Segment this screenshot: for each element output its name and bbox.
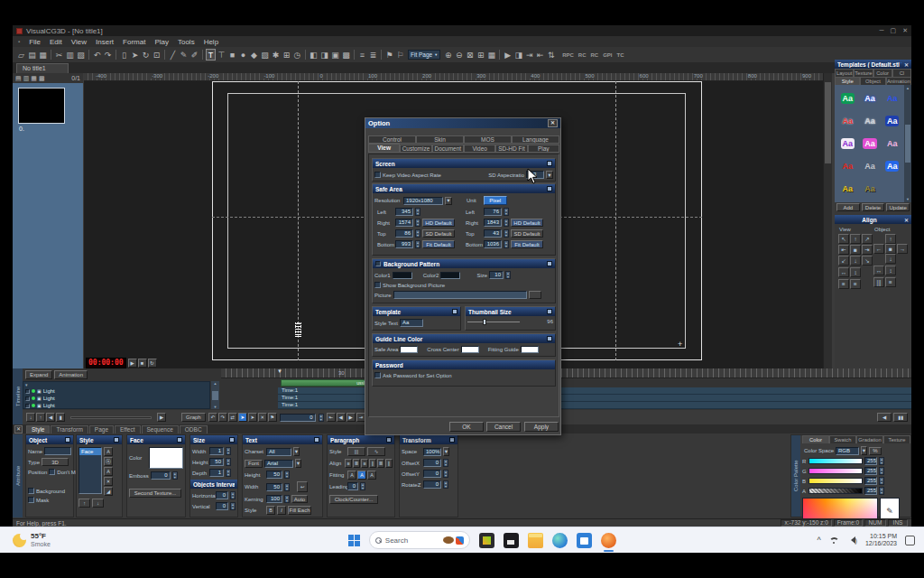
templates-tab[interactable]: Color <box>873 69 892 77</box>
align-view-button[interactable]: ↓ <box>850 256 861 266</box>
color2-swatch[interactable] <box>440 272 460 279</box>
taskbar-app-dark[interactable] <box>504 533 519 548</box>
template-style[interactable]: Aa <box>841 116 855 126</box>
outline-style-icon[interactable]: Ⓐ <box>104 457 113 466</box>
attribute-strip-label[interactable]: Attribute <box>13 434 23 517</box>
chevron-down-icon[interactable]: ▼ <box>443 447 449 456</box>
align-object-button[interactable]: ← <box>873 244 884 254</box>
dialog-tab[interactable]: View <box>368 144 400 153</box>
spinner[interactable] <box>504 229 509 238</box>
clock-widget[interactable]: 10:15 PM 12/16/2023 <box>865 533 897 547</box>
name-field[interactable] <box>44 447 71 455</box>
unit-pixel-button[interactable]: Pixel <box>484 196 507 205</box>
background-pattern-checkbox[interactable] <box>375 261 381 266</box>
channel-value-field[interactable]: 255 <box>864 487 877 495</box>
align-view-button[interactable]: ⇥ <box>862 245 873 255</box>
color-tab[interactable]: Color <box>802 435 829 443</box>
pointer-add-icon[interactable]: ➤ <box>248 413 257 422</box>
template-style[interactable]: Aa <box>863 116 877 126</box>
distribute-icon[interactable]: ≣ <box>368 49 378 61</box>
offsetx-spinner[interactable] <box>443 459 448 467</box>
channel-gradient-bar[interactable] <box>808 458 863 464</box>
section-options-icon[interactable] <box>114 437 119 443</box>
charset-select[interactable]: All <box>266 448 291 456</box>
separator[interactable] <box>354 50 355 60</box>
timeline-layer-row[interactable]: ▣ Light <box>23 395 209 402</box>
group-icon[interactable]: ◧ <box>309 49 319 61</box>
ask-password-checkbox[interactable] <box>374 372 381 378</box>
play-icon[interactable]: ▶ <box>503 49 513 61</box>
fit-default-button[interactable]: Fit Default <box>422 240 455 248</box>
channel-gradient-bar[interactable] <box>808 468 863 474</box>
mask-checkbox[interactable] <box>28 497 34 503</box>
align-object-button[interactable]: ■ <box>885 244 896 254</box>
close-icon[interactable]: ✕ <box>904 217 909 223</box>
paragraph-align-button[interactable]: ≣ <box>377 459 384 468</box>
paste-style-icon[interactable]: ▩ <box>341 49 351 61</box>
reset-ratio-icon[interactable]: ↩ <box>297 481 308 492</box>
loop-icon[interactable]: ↻ <box>148 359 157 368</box>
taskbar-file-explorer[interactable] <box>528 533 543 548</box>
menu-item[interactable]: Play <box>154 38 169 46</box>
marker-icon[interactable]: ⚑ <box>268 413 277 422</box>
notification-icon[interactable] <box>905 536 915 545</box>
attribute-tab[interactable]: Effect <box>115 425 141 434</box>
thumbnail-size-slider[interactable] <box>467 322 520 322</box>
section-options-icon[interactable] <box>386 437 392 443</box>
keep-aspect-checkbox[interactable] <box>374 172 381 178</box>
move-up-icon[interactable]: ↑ <box>36 413 45 422</box>
attribute-tab[interactable]: Transform <box>51 425 88 434</box>
scroll-up-icon[interactable]: ▲ <box>214 381 217 386</box>
menu-item[interactable]: View <box>71 38 87 46</box>
separator[interactable] <box>381 50 382 60</box>
curve2-icon[interactable]: ↷ <box>218 413 227 422</box>
play-next-icon[interactable]: ⇥ <box>524 49 534 61</box>
template-style[interactable]: Aa <box>885 116 900 126</box>
vertical-field[interactable]: 0 <box>216 502 228 510</box>
pause-icon[interactable]: ▮ <box>56 413 65 422</box>
line-icon[interactable]: ╱ <box>168 49 178 61</box>
fit-default-button[interactable]: Fit Default <box>511 240 543 248</box>
channel-spinner[interactable] <box>879 467 884 475</box>
paragraph-align-button[interactable]: ∥ <box>385 459 393 468</box>
expand-button[interactable]: Expand <box>25 370 52 379</box>
diamond-icon[interactable]: ◆ <box>249 49 259 61</box>
taskbar-edge[interactable] <box>552 533 568 548</box>
scrollbar-thumb[interactable] <box>212 391 218 400</box>
align-object-button[interactable]: ↑ <box>885 234 896 244</box>
vertical-text-icon[interactable]: ||| <box>347 447 365 456</box>
offsety-spinner[interactable] <box>443 470 448 478</box>
command-button[interactable]: GPI <box>603 52 612 58</box>
safe2-top-field[interactable]: 43 <box>484 229 502 238</box>
cross-center-color-swatch[interactable] <box>461 346 479 353</box>
scroll-down-icon[interactable]: ▼ <box>906 197 910 201</box>
align-view-button[interactable]: ⇤ <box>838 245 849 255</box>
dropper-icon[interactable]: ✐ <box>189 49 199 61</box>
group-options-icon[interactable] <box>547 309 552 314</box>
separator[interactable] <box>499 50 500 60</box>
align-object-button[interactable]: ↓ <box>885 254 896 264</box>
open-icon[interactable]: ▤ <box>27 49 37 61</box>
sd-default-button[interactable]: SD Default <box>422 229 455 238</box>
layer-checkbox[interactable] <box>25 389 30 394</box>
zoom-in-icon[interactable]: ⊕ <box>443 49 453 61</box>
collapse-icon[interactable]: ◀ <box>877 413 892 422</box>
height-field[interactable]: 50 <box>209 458 224 466</box>
search-box[interactable]: Search <box>369 531 470 549</box>
template-style[interactable]: Aa <box>885 161 900 172</box>
flag-icon[interactable]: ⚑ <box>384 49 394 61</box>
italic-button[interactable]: I <box>277 506 286 515</box>
paragraph-align-button[interactable]: ∥ <box>369 459 376 468</box>
align-panel-header[interactable]: Align ✕ <box>835 215 911 224</box>
color-tab[interactable]: Swatch <box>829 435 856 443</box>
taskbar-visualcg-app[interactable] <box>601 533 616 548</box>
emboss-field[interactable]: 0 <box>151 471 171 480</box>
pointer-icon[interactable]: ➤ <box>238 413 247 422</box>
paragraph-align-button[interactable]: ≣ <box>353 459 360 468</box>
frame-counter-field[interactable]: 0 <box>280 414 316 422</box>
depth-spinner[interactable] <box>226 469 231 477</box>
attribute-tab[interactable]: Style <box>26 425 50 434</box>
border-style-icon[interactable]: A <box>104 447 113 456</box>
chevron-down-icon[interactable]: ▼ <box>295 459 301 468</box>
fitting-guide-color-swatch[interactable] <box>521 346 539 353</box>
